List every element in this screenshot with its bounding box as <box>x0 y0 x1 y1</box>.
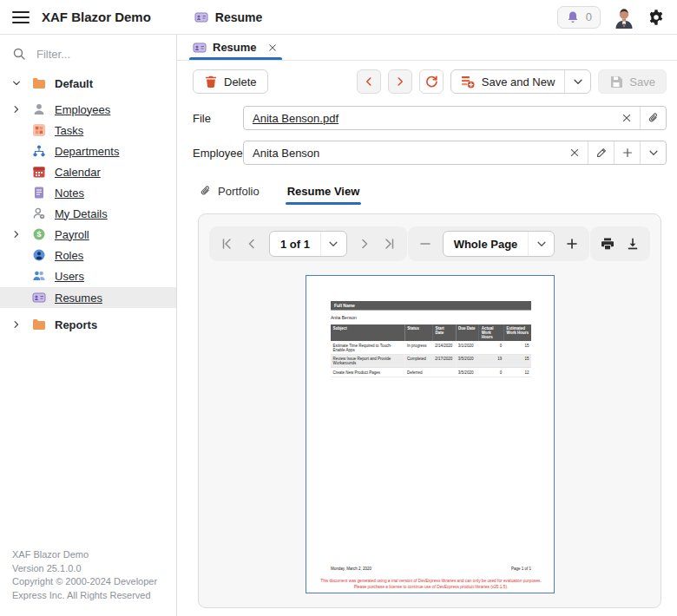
notification-count: 0 <box>586 10 592 23</box>
zoom-group: Whole Page <box>408 226 590 261</box>
save-button[interactable]: Save <box>598 69 667 94</box>
previous-record-button[interactable] <box>357 69 381 94</box>
sidebar-item-users[interactable]: Users <box>0 265 176 286</box>
sidebar-item-tasks[interactable]: Tasks <box>0 120 176 141</box>
print-button[interactable] <box>595 231 620 257</box>
footer-app-name: XAF Blazor Demo <box>12 548 164 561</box>
chevron-right-icon <box>394 75 406 88</box>
sidebar-item-roles[interactable]: Roles <box>0 245 176 265</box>
zoom-out-button[interactable] <box>413 231 437 257</box>
sidebar-item-reports[interactable]: Reports <box>0 314 176 335</box>
next-record-button[interactable] <box>388 69 412 94</box>
sidebar-item-departments[interactable]: Departments <box>0 141 176 161</box>
sidebar-item-notes[interactable]: Notes <box>0 182 176 203</box>
doc-task-cell: Completed <box>404 354 432 368</box>
doc-task-cell: Review Issue Report and Provide Workarou… <box>331 354 404 368</box>
next-page-button[interactable] <box>352 231 377 257</box>
svg-text:$: $ <box>36 230 41 239</box>
zoom-in-button[interactable] <box>560 231 584 257</box>
doc-task-cell: 2/17/2020 <box>432 354 456 368</box>
sidebar-item-employees[interactable]: Employees <box>0 99 176 120</box>
sidebar-item-label: My Details <box>55 207 108 220</box>
file-attach-button[interactable] <box>640 107 666 129</box>
filter-input[interactable] <box>35 47 148 62</box>
chevron-down-icon[interactable] <box>528 232 554 256</box>
doc-task-row: Review Issue Report and Provide Workarou… <box>331 354 531 368</box>
users-icon <box>32 269 46 283</box>
app-title: XAF Blazor Demo <box>42 10 151 24</box>
previous-page-button[interactable] <box>240 231 264 257</box>
doc-task-cell: 12 <box>503 368 530 377</box>
sidebar-item-label: Users <box>55 270 84 283</box>
notifications-button[interactable]: 0 <box>557 6 601 29</box>
doc-task-cell: 3/5/2020 <box>456 354 479 368</box>
doc-task-cell: 0 <box>478 368 503 377</box>
file-input[interactable]: Anita Benson.pdf <box>243 106 667 130</box>
settings-gear-icon[interactable] <box>647 9 665 26</box>
pencil-icon <box>595 147 608 159</box>
employee-field-row: Employee* Anita Benson <box>177 135 677 170</box>
plus-icon <box>621 147 634 159</box>
doc-task-cell <box>432 368 456 377</box>
doc-trial-line1: This document was generated using a tria… <box>318 577 544 583</box>
toolbar-right-group: Save and New Save <box>357 69 667 94</box>
chevron-down-icon <box>572 75 584 88</box>
doc-task-cell: 3/1/2020 <box>456 341 479 354</box>
hamburger-menu-icon[interactable] <box>12 11 30 23</box>
notes-icon <box>32 186 46 200</box>
chevron-right-icon[interactable] <box>7 104 26 115</box>
file-clear-button[interactable] <box>614 107 640 129</box>
sidebar-item-my-details[interactable]: My Details <box>0 203 176 224</box>
close-icon <box>569 147 581 159</box>
tab-resume[interactable]: Resume <box>189 35 282 60</box>
save-and-new-split-button[interactable]: Save and New <box>450 69 592 94</box>
employee-lookup-input[interactable]: Anita Benson <box>243 141 667 165</box>
employee-add-button[interactable] <box>614 141 640 164</box>
chevron-right-icon[interactable] <box>7 229 26 239</box>
chevron-down-icon[interactable] <box>320 232 346 256</box>
zoom-level-select[interactable]: Whole Page <box>443 231 555 257</box>
chevron-right-icon[interactable] <box>7 319 26 330</box>
employee-edit-button[interactable] <box>588 141 614 164</box>
close-icon <box>621 112 633 124</box>
calendar-icon <box>32 165 46 179</box>
pdf-page[interactable]: Full Name Anita Benson SubjectStatusStar… <box>306 275 555 593</box>
export-group <box>590 226 650 261</box>
sidebar-item-payroll[interactable]: $Payroll <box>0 224 176 245</box>
search-icon <box>12 47 26 61</box>
close-icon[interactable] <box>266 42 279 54</box>
paperclip-icon <box>200 185 212 197</box>
doc-trial-notice: This document was generated using a tria… <box>306 570 555 593</box>
last-page-button[interactable] <box>378 231 402 257</box>
chevron-down-icon[interactable] <box>7 78 26 88</box>
save-and-new-button[interactable]: Save and New <box>451 70 565 93</box>
doc-task-row: Estimate Time Required to Touch-Enable A… <box>331 341 531 354</box>
tab-portfolio-label: Portfolio <box>218 185 260 198</box>
tab-resume-view[interactable]: Resume View <box>286 184 362 205</box>
folder-icon <box>32 76 46 90</box>
file-value-link[interactable]: Anita Benson.pdf <box>244 112 614 125</box>
save-and-new-dropdown[interactable] <box>564 70 590 93</box>
doc-column-header: Actual Work Hours <box>478 324 503 341</box>
refresh-button[interactable] <box>419 69 444 94</box>
sidebar-item-label: Payroll <box>55 228 89 241</box>
download-button[interactable] <box>621 231 645 257</box>
zoom-level-value: Whole Page <box>444 232 529 256</box>
doc-column-header: Start Date <box>432 324 456 341</box>
sidebar-item-default[interactable]: Default <box>0 73 176 94</box>
resume-card-icon <box>194 10 208 24</box>
detail-tabs: Portfolio Resume View <box>177 170 677 205</box>
tab-portfolio[interactable]: Portfolio <box>198 184 261 205</box>
doc-task-cell: In progress <box>404 341 432 354</box>
sidebar-item-calendar[interactable]: Calendar <box>0 161 176 182</box>
employee-dropdown-button[interactable] <box>640 141 666 164</box>
user-avatar[interactable] <box>613 6 635 29</box>
first-page-button[interactable] <box>214 231 239 257</box>
delete-button[interactable]: Delete <box>193 69 268 94</box>
employee-clear-button[interactable] <box>562 141 588 164</box>
doc-task-row: Create New Product PagesDeferred3/5/2020… <box>331 368 531 377</box>
doc-fullname-header: Full Name <box>331 301 531 311</box>
top-header: XAF Blazor Demo Resume 0 <box>0 0 677 35</box>
sidebar-item-resumes[interactable]: Resumes <box>0 287 176 308</box>
page-number-select[interactable]: 1 of 1 <box>269 231 347 257</box>
